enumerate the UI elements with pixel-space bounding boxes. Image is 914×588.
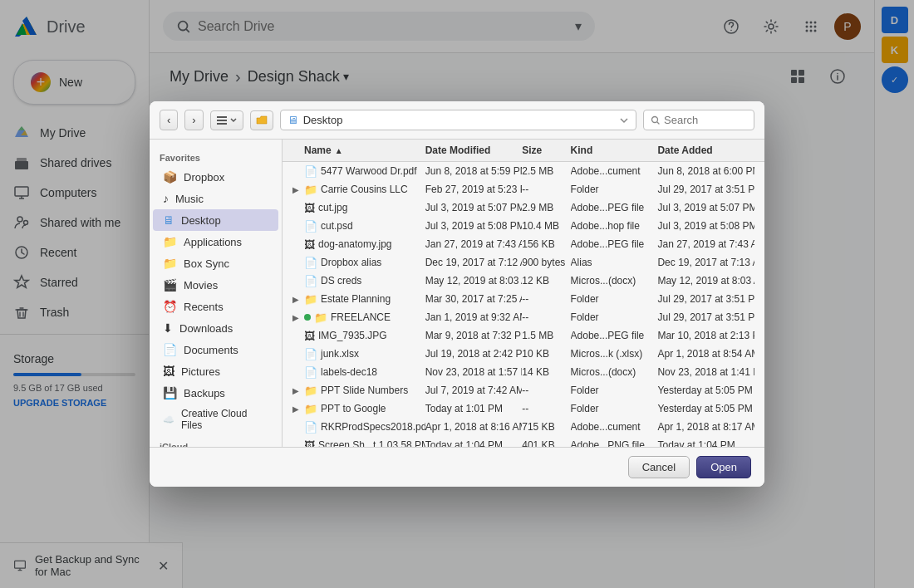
file-row-5[interactable]: 📄Dropbox aliasDec 19, 2017 at 7:12 AM900… <box>283 253 764 272</box>
file-row-10[interactable]: 📄junk.xlsxJul 19, 2018 at 2:42 PM10 KBMi… <box>283 345 764 363</box>
file-name-5: 📄Dropbox alias <box>304 257 425 269</box>
dialog-location-selector[interactable]: 🖥 Desktop <box>280 110 636 130</box>
file-name-3: 📄cut.psd <box>304 220 425 233</box>
svg-rect-32 <box>217 123 227 125</box>
col-header-modified[interactable]: Date Modified <box>425 145 523 156</box>
dialog-search[interactable] <box>643 110 754 130</box>
file-name-14: 📄RKRProdSpecs2018.pdf <box>304 421 425 434</box>
file-modified-7: Mar 30, 2017 at 7:25 AM <box>425 293 523 305</box>
file-type-icon-12: 📁 <box>304 385 317 397</box>
cancel-button[interactable]: Cancel <box>628 456 690 478</box>
file-kind-6: Micros...(docx) <box>571 275 658 287</box>
forward-button[interactable]: › <box>184 110 203 130</box>
sidebar-downloads[interactable]: ⬇Downloads <box>153 317 278 339</box>
file-name-text-4: dog-anatomy.jpg <box>318 238 392 250</box>
file-row-14[interactable]: 📄RKRProdSpecs2018.pdfApr 1, 2018 at 8:16… <box>283 418 764 436</box>
file-kind-13: Folder <box>571 403 658 414</box>
desktop-label: Desktop <box>181 214 221 227</box>
file-name-6: 📄DS creds <box>304 275 425 287</box>
file-type-icon-4: 🖼 <box>304 238 315 251</box>
dialog-search-input[interactable] <box>664 114 747 126</box>
documents-icon: 📄 <box>163 343 177 356</box>
col-kind-label: Kind <box>571 145 593 156</box>
file-row-3[interactable]: 📄cut.psdJul 3, 2019 at 5:08 PM10.4 MBAdo… <box>283 217 764 235</box>
dropbox-icon: 📦 <box>163 170 177 184</box>
file-row-0[interactable]: 📄5477 Warwood Dr.pdfJun 8, 2018 at 5:59 … <box>283 162 764 180</box>
sidebar-box-sync[interactable]: 📁Box Sync <box>153 252 278 274</box>
col-header-name[interactable]: Name ▲ <box>304 145 425 156</box>
file-type-icon-7: 📁 <box>304 293 317 306</box>
file-added-15: Today at 1:04 PM <box>657 439 754 447</box>
file-kind-3: Adobe...hop file <box>571 220 658 232</box>
file-kind-14: Adobe...cument <box>571 421 658 433</box>
sidebar-music[interactable]: ♪Music <box>153 188 278 209</box>
downloads-label: Downloads <box>179 322 233 335</box>
col-header-added[interactable]: Date Added <box>657 145 754 156</box>
sidebar-dropbox[interactable]: 📦Dropbox <box>153 166 278 188</box>
file-added-14: Apr 1, 2018 at 8:17 AM <box>657 421 754 433</box>
file-name-text-1: Carrie Cousins LLC <box>321 184 408 195</box>
sidebar-backups[interactable]: 💾Backups <box>153 382 278 404</box>
file-kind-8: Folder <box>571 311 658 323</box>
file-row-2[interactable]: 🖼cut.jpgJul 3, 2019 at 5:07 PM2.9 MBAdob… <box>283 198 764 217</box>
sidebar-movies[interactable]: 🎬Movies <box>153 274 278 296</box>
back-button[interactable]: ‹ <box>160 110 178 130</box>
file-row-6[interactable]: 📄DS credsMay 12, 2019 at 8:03 AM12 KBMic… <box>283 272 764 290</box>
open-button[interactable]: Open <box>696 456 751 478</box>
file-row-11[interactable]: 📄labels-dec18Nov 23, 2018 at 1:57 PM14 K… <box>283 363 764 381</box>
file-type-icon-2: 🖼 <box>304 202 315 214</box>
backups-label: Backups <box>184 387 225 399</box>
file-added-1: Jul 29, 2017 at 3:51 PM <box>657 184 754 195</box>
file-name-text-0: 5477 Warwood Dr.pdf <box>321 165 417 177</box>
sidebar-documents[interactable]: 📄Documents <box>153 339 278 360</box>
file-size-2: 2.9 MB <box>522 202 570 213</box>
file-added-7: Jul 29, 2017 at 3:51 PM <box>657 293 754 305</box>
file-row-13[interactable]: ▶📁PPT to GoogleToday at 1:01 PM--FolderY… <box>283 399 764 418</box>
file-name-15: 🖼Screen Sh...t 1.03.58 PM <box>304 439 425 448</box>
file-type-icon-5: 📄 <box>304 257 317 269</box>
expand-arrow-1: ▶ <box>292 185 304 194</box>
col-header-kind[interactable]: Kind <box>571 145 658 156</box>
file-size-6: 12 KB <box>522 275 570 287</box>
file-added-2: Jul 3, 2019 at 5:07 PM <box>657 202 754 213</box>
file-kind-1: Folder <box>571 184 658 195</box>
col-modified-label: Date Modified <box>425 145 491 156</box>
file-type-icon-15: 🖼 <box>304 439 315 448</box>
file-row-4[interactable]: 🖼dog-anatomy.jpgJan 27, 2019 at 7:43 AM1… <box>283 235 764 253</box>
sidebar-pictures[interactable]: 🖼Pictures <box>153 360 278 382</box>
file-name-text-9: IMG_7935.JPG <box>318 330 387 341</box>
file-size-15: 401 KB <box>522 439 570 447</box>
file-name-7: 📁Estate Planning <box>304 293 425 306</box>
file-type-icon-6: 📄 <box>304 275 317 287</box>
view-options-button[interactable] <box>210 110 243 130</box>
box-sync-icon: 📁 <box>163 257 177 270</box>
file-size-4: 156 KB <box>522 238 570 250</box>
file-type-icon-8: 📁 <box>314 311 327 324</box>
file-kind-12: Folder <box>571 385 658 396</box>
folder-action-button[interactable] <box>250 110 273 130</box>
sidebar-recents[interactable]: ⏰Recents <box>153 296 278 317</box>
file-size-1: -- <box>522 184 570 195</box>
file-row-8[interactable]: ▶📁FREELANCEJan 1, 2019 at 9:32 AM--Folde… <box>283 308 764 326</box>
expand-arrow-12: ▶ <box>292 386 304 395</box>
file-size-8: -- <box>522 311 570 323</box>
col-header-size[interactable]: Size <box>522 145 570 156</box>
file-name-text-3: cut.psd <box>321 220 353 232</box>
favorites-label: Favorites <box>150 146 282 166</box>
recents-icon: ⏰ <box>163 300 177 313</box>
sidebar-creative-cloud[interactable]: ☁️Creative Cloud Files <box>153 404 278 435</box>
sidebar-applications[interactable]: 📁Applications <box>153 231 278 252</box>
file-row-12[interactable]: ▶📁PPT Slide NumbersJul 7, 2019 at 7:42 A… <box>283 381 764 399</box>
file-row-9[interactable]: 🖼IMG_7935.JPGMar 9, 2018 at 7:32 PM1.5 M… <box>283 326 764 345</box>
file-row-15[interactable]: 🖼Screen Sh...t 1.03.58 PMToday at 1:04 P… <box>283 436 764 447</box>
file-row-1[interactable]: ▶📁Carrie Cousins LLCFeb 27, 2019 at 5:23… <box>283 180 764 198</box>
file-size-7: -- <box>522 293 570 305</box>
file-name-text-11: labels-dec18 <box>321 366 377 378</box>
file-row-7[interactable]: ▶📁Estate PlanningMar 30, 2017 at 7:25 AM… <box>283 290 764 308</box>
pictures-label: Pictures <box>181 365 220 378</box>
file-size-13: -- <box>522 403 570 414</box>
sidebar-desktop[interactable]: 🖥Desktop <box>153 209 278 231</box>
file-name-text-5: Dropbox alias <box>321 257 381 268</box>
file-kind-0: Adobe...cument <box>571 165 658 177</box>
file-type-icon-11: 📄 <box>304 366 317 379</box>
